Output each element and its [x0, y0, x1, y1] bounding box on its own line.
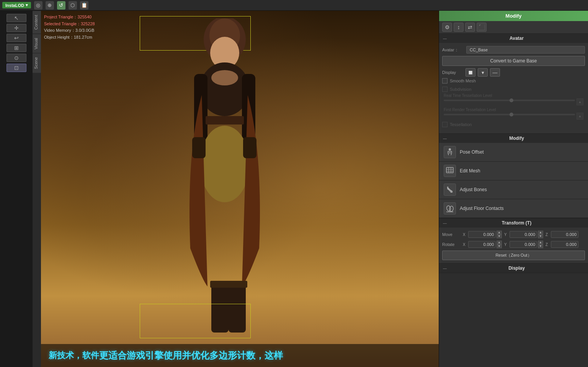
pose-offset-button[interactable]: Pose Offset [439, 143, 588, 162]
edit-mesh-button[interactable]: Edit Mesh [439, 162, 588, 180]
move-y-down[interactable]: ▼ [538, 234, 543, 238]
tessellation-row: Tessellation [442, 122, 585, 127]
adjust-floor-contacts-button[interactable]: Adjust Floor Contacts [439, 199, 588, 218]
subdivision-label: Subdivision [450, 87, 471, 92]
toolbar-icon-4[interactable]: ⬡ [69, 1, 77, 10]
rotate-z-input[interactable] [551, 241, 578, 248]
smooth-mesh-label: Smooth Mesh [450, 79, 476, 83]
rotate-x-up[interactable]: ▲ [497, 241, 502, 244]
adjust-bones-button[interactable]: Adjust Bones [439, 180, 588, 199]
convert-to-game-base-button[interactable]: Convert to Game Base [442, 56, 585, 66]
tool-rotate[interactable]: ↩ [7, 34, 26, 42]
first-render-slider [444, 114, 575, 115]
realtime-tess-slider [444, 100, 575, 101]
avatar-row: Avatar： CC_Base [442, 46, 585, 54]
move-x-up[interactable]: ▲ [497, 231, 502, 234]
toolbar-icon-3[interactable]: ↺ [57, 1, 65, 10]
panel-tool-1[interactable]: ⚙ [442, 23, 452, 32]
display-icon-3[interactable]: — [490, 68, 500, 77]
transform-section-body: Move X ▲ ▼ Y ▲ ▼ [439, 228, 588, 263]
move-z-field: Z [546, 231, 578, 238]
modify-collapse-icon: — [443, 136, 447, 141]
stats-overlay: Project Triangle：325540 Selected Triangl… [44, 14, 95, 41]
reset-zero-out-button[interactable]: Reset（Zero Out） [442, 251, 585, 260]
rotate-x-spinner[interactable]: ▲ ▼ [497, 241, 502, 248]
avatar-section: — Avatar Avatar： CC_Base Convert to Game… [439, 34, 588, 134]
panel-tool-2[interactable]: ↕ [454, 23, 464, 32]
tool-select[interactable]: ↖ [7, 14, 26, 22]
move-z-input[interactable] [551, 231, 578, 238]
display-icon-1[interactable]: 🔲 [466, 68, 475, 77]
subtitle-prefix: 新技术，软件 [49, 350, 99, 361]
tool-6[interactable]: ⊡ [7, 64, 26, 72]
subdivision-area: Subdivision Real Time Tessellation Level… [442, 85, 585, 130]
move-y-up[interactable]: ▲ [538, 231, 543, 234]
display-icon-2[interactable]: ▾ [478, 68, 488, 77]
edit-mesh-icon [444, 165, 456, 177]
move-x-input[interactable] [468, 231, 496, 238]
panel-tool-4[interactable]: ⬛ [477, 23, 487, 32]
viewport[interactable]: Project Triangle：325540 Selected Triangl… [41, 11, 439, 367]
svg-point-16 [449, 148, 451, 151]
rotate-y-input[interactable] [510, 241, 537, 248]
svg-rect-17 [446, 167, 453, 173]
toolbar-icon-5[interactable]: 📋 [80, 1, 88, 10]
toolbar-icon-2[interactable]: ⊕ [46, 1, 54, 10]
stat-project-triangles: Project Triangle：325540 [44, 14, 95, 21]
move-x-down[interactable]: ▼ [497, 234, 502, 238]
display-bottom-header[interactable]: — Display [439, 264, 588, 273]
rotate-x-down[interactable]: ▼ [497, 244, 502, 248]
selection-box-bottom [140, 304, 251, 338]
display-bottom-title: Display [449, 265, 584, 271]
smooth-mesh-checkbox[interactable] [442, 78, 448, 84]
panel-title: Modify [506, 13, 522, 19]
display-bottom-section: — Display [439, 264, 588, 273]
transform-section-title: Transform (T) [449, 220, 584, 226]
tessellation-label: Tessellation [450, 122, 472, 127]
modify-section-title: Modify [449, 136, 584, 141]
move-y-field: Y ▲ ▼ [504, 231, 543, 238]
logo-text: InstaLOD [5, 3, 24, 8]
avatar-collapse-icon: — [443, 36, 447, 41]
move-x-axis-label: X [463, 233, 467, 237]
modify-section: — Modify Pose Offset [439, 134, 588, 218]
tool-5[interactable]: ⊙ [7, 54, 26, 62]
panel-tool-3[interactable]: ⇄ [465, 23, 475, 32]
adjust-bones-label: Adjust Bones [460, 187, 487, 192]
tab-visual[interactable]: Visual [33, 34, 41, 53]
modify-section-header[interactable]: — Modify [439, 134, 588, 143]
subdivision-checkbox [442, 87, 448, 92]
sidebar-tools: ↖ ✛ ↩ ⊞ ⊙ ⊡ [0, 11, 33, 367]
stat-object-height: Object Height：181.27cm [44, 34, 95, 41]
move-y-spinner[interactable]: ▲ ▼ [538, 231, 543, 238]
transform-collapse-icon: — [443, 221, 447, 225]
move-y-input[interactable] [510, 231, 537, 238]
transform-section: — Transform (T) Move X ▲ ▼ [439, 218, 588, 264]
rotate-x-input[interactable] [468, 241, 496, 248]
main-area: ↖ ✛ ↩ ⊞ ⊙ ⊡ Content Visual Scene Project… [0, 11, 588, 367]
tool-move[interactable]: ✛ [7, 24, 26, 32]
subtitle-text: 更适合游戏引擎使用并优化多边形计数，这样 [99, 349, 283, 362]
rotate-y-down[interactable]: ▼ [538, 244, 543, 248]
tab-scene[interactable]: Scene [33, 53, 41, 73]
rotate-y-up[interactable]: ▲ [538, 241, 543, 244]
tessellation-checkbox [442, 122, 448, 127]
avatar-label: Avatar： [442, 47, 463, 53]
move-x-field: X ▲ ▼ [463, 231, 502, 238]
rotate-z-axis-label: Z [546, 242, 550, 247]
adjust-bones-icon [444, 184, 456, 196]
stat-selected-triangles: Selected Triangle：325228 [44, 21, 95, 28]
toolbar-icon-1[interactable]: ◎ [34, 1, 42, 10]
tool-scale[interactable]: ⊞ [7, 44, 26, 52]
rotate-y-spinner[interactable]: ▲ ▼ [538, 241, 543, 248]
tab-content[interactable]: Content [33, 11, 41, 34]
app-logo[interactable]: InstaLOD ▾ [2, 2, 31, 8]
avatar-section-header[interactable]: — Avatar [439, 34, 588, 43]
stat-video-memory: Video Memory：3.0/3.0GB [44, 27, 95, 34]
pose-offset-label: Pose Offset [460, 149, 483, 155]
move-x-spinner[interactable]: ▲ ▼ [497, 231, 502, 238]
topbar: InstaLOD ▾ ◎ ⊕ ↺ ⬡ 📋 [0, 0, 588, 11]
transform-section-header[interactable]: — Transform (T) [439, 218, 588, 228]
avatar-section-title: Avatar [449, 36, 584, 41]
display-bottom-collapse-icon: — [443, 266, 447, 270]
